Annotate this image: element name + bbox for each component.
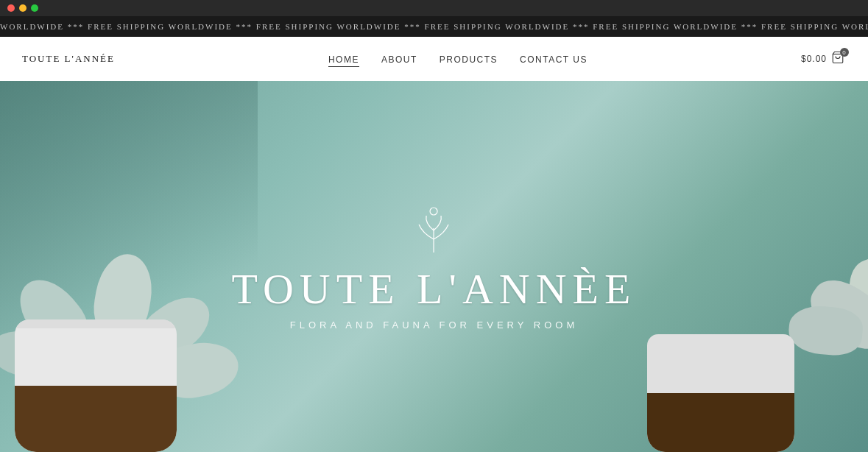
nav-links: HOME ABOUT PRODUCTS CONTACT US xyxy=(328,52,588,66)
cart-icon-wrapper[interactable]: 0 xyxy=(831,51,846,67)
nav-link-contact[interactable]: CONTACT US xyxy=(520,54,588,65)
minimize-dot[interactable] xyxy=(19,4,27,12)
pot-left-soil xyxy=(15,386,177,452)
nav-link-products[interactable]: PRODUCTS xyxy=(440,54,498,65)
svg-point-2 xyxy=(431,208,438,215)
pot-right-container xyxy=(647,334,794,452)
nav-item-contact[interactable]: CONTACT US xyxy=(520,52,588,66)
ticker-bar: WORLDWIDE *** FREE SHIPPING WORLDWIDE **… xyxy=(0,16,868,37)
close-dot[interactable] xyxy=(7,4,15,12)
navbar: TOUTE L'ANNÉE HOME ABOUT PRODUCTS CONTAC… xyxy=(0,37,868,81)
logo-mark xyxy=(232,202,637,257)
nav-item-about[interactable]: ABOUT xyxy=(381,52,417,66)
nav-link-about[interactable]: ABOUT xyxy=(381,54,417,65)
ticker-text: WORLDWIDE *** FREE SHIPPING WORLDWIDE **… xyxy=(0,22,868,31)
pot-left-container xyxy=(15,319,177,452)
succulent-right xyxy=(647,334,794,452)
hero-title: TOUTE L'ANNÈE xyxy=(232,264,637,314)
pot-left-rim xyxy=(15,319,177,328)
hero-subtitle: FLORA AND FAUNA FOR EVERY ROOM xyxy=(232,319,637,331)
title-bar xyxy=(0,0,868,16)
brand-icon xyxy=(412,202,456,254)
maximize-dot[interactable] xyxy=(31,4,38,12)
cart-area[interactable]: $0.00 0 xyxy=(801,51,846,67)
nav-item-products[interactable]: PRODUCTS xyxy=(440,52,498,66)
hero-center-content: TOUTE L'ANNÈE FLORA AND FAUNA FOR EVERY … xyxy=(232,202,637,331)
hero-section: TOUTE L'ANNÈE FLORA AND FAUNA FOR EVERY … xyxy=(0,81,868,452)
cart-price: $0.00 xyxy=(801,54,827,64)
nav-item-home[interactable]: HOME xyxy=(328,52,359,66)
pot-left xyxy=(15,319,177,452)
cart-badge: 0 xyxy=(840,48,849,57)
nav-link-home[interactable]: HOME xyxy=(328,54,359,67)
nav-logo: TOUTE L'ANNÉE xyxy=(22,53,115,65)
pot-right-soil xyxy=(647,393,794,452)
